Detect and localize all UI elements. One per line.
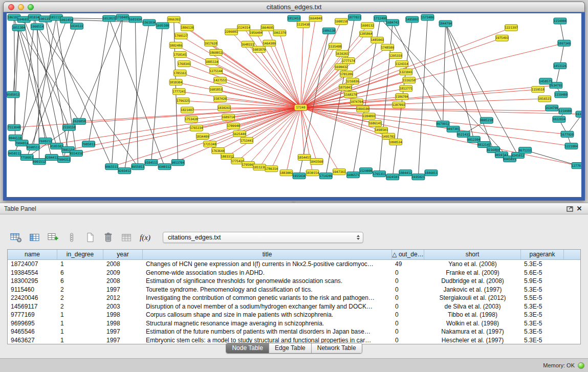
- window-titlebar[interactable]: citations_edges.txt: [3, 2, 585, 12]
- table-cell[interactable]: 5.5E-5: [521, 294, 564, 302]
- table-cell[interactable]: 14569117: [8, 302, 57, 311]
- table-cell[interactable]: 0: [392, 302, 424, 311]
- table-cell[interactable]: 1: [57, 260, 103, 269]
- table-cell[interactable]: 2: [57, 294, 103, 302]
- citation-network-graph[interactable]: 1724018061201790127180248617581451768341…: [7, 13, 581, 197]
- network-view[interactable]: 1724018061201790127180248617581451768341…: [3, 12, 585, 201]
- table-cell[interactable]: 1998: [103, 311, 143, 319]
- graph-edge[interactable]: [151, 26, 163, 162]
- graph-edge[interactable]: [180, 73, 301, 107]
- table-row[interactable]: 911546021997Tourette syndrome. Phenomeno…: [8, 286, 580, 294]
- table-cell[interactable]: Dudbridge et al. (2008): [424, 277, 521, 286]
- table-cell[interactable]: 1997: [103, 286, 143, 294]
- table-cell[interactable]: 1: [57, 311, 103, 319]
- table-source-select[interactable]: citations_edges.txt: [163, 232, 363, 243]
- table-mode-button[interactable]: [9, 231, 23, 244]
- table-cell[interactable]: 5.6E-5: [521, 269, 564, 277]
- table-cell[interactable]: 0: [392, 277, 424, 286]
- graph-edge[interactable]: [56, 17, 76, 153]
- delete-table-button[interactable]: [101, 231, 115, 244]
- graph-edge[interactable]: [22, 17, 35, 143]
- graph-edge[interactable]: [286, 107, 300, 173]
- graph-edge[interactable]: [181, 36, 301, 107]
- table-cell[interactable]: 5.9E-5: [521, 277, 564, 286]
- graph-edge[interactable]: [183, 101, 301, 107]
- column-header-6[interactable]: pagerank: [521, 250, 564, 259]
- table-cell[interactable]: 19384554: [8, 269, 57, 277]
- graph-edge[interactable]: [203, 107, 301, 136]
- table-cell[interactable]: 0: [392, 319, 424, 328]
- table-cell[interactable]: 1: [57, 319, 103, 328]
- column-header-1[interactable]: in_degree: [57, 250, 103, 259]
- tab-node-table[interactable]: Node Table: [226, 343, 269, 353]
- table-cell[interactable]: 18300295: [8, 277, 57, 286]
- column-header-3[interactable]: title: [143, 250, 392, 259]
- table-cell[interactable]: Changes of HCN gene expression and I(f) …: [143, 260, 392, 269]
- table-cell[interactable]: 0: [392, 269, 424, 277]
- table-row[interactable]: 1830029562008Estimation of significance …: [8, 277, 580, 286]
- table-cell[interactable]: 0: [392, 294, 424, 302]
- graph-edge[interactable]: [233, 107, 300, 126]
- float-panel-icon[interactable]: [565, 205, 575, 213]
- minimize-window-button[interactable]: [18, 4, 24, 10]
- column-header-2[interactable]: year: [103, 250, 143, 259]
- table-row[interactable]: 1872400712008Changes of HCN gene express…: [8, 260, 580, 269]
- table-cell[interactable]: Tibbo et al. (1998): [424, 311, 521, 319]
- table-cell[interactable]: Genome-wide association studies in ADHD.: [143, 269, 392, 277]
- new-table-button[interactable]: [83, 231, 97, 244]
- table-cell[interactable]: 5.3E-5: [521, 260, 564, 269]
- column-header-0[interactable]: name: [8, 250, 57, 259]
- import-table-button[interactable]: [120, 231, 134, 244]
- table-cell[interactable]: de Silva et al. (2003): [424, 302, 521, 311]
- graph-edge[interactable]: [301, 31, 329, 107]
- create-column-button[interactable]: [46, 231, 60, 244]
- table-cell[interactable]: 9465546: [8, 327, 57, 336]
- table-cell[interactable]: 9699695: [8, 319, 57, 328]
- table-cell[interactable]: Stergiakouli et al. (2012): [424, 294, 521, 302]
- graph-edge[interactable]: [301, 107, 317, 162]
- table-cell[interactable]: 6: [57, 277, 103, 286]
- zoom-window-button[interactable]: [28, 4, 34, 10]
- table-cell[interactable]: 2003: [103, 302, 143, 311]
- row-selector-button[interactable]: [64, 231, 78, 244]
- table-row[interactable]: 969969511998Structural magnetic resonanc…: [8, 319, 580, 328]
- graph-edge[interactable]: [64, 127, 69, 159]
- table-cell[interactable]: 18724007: [8, 260, 57, 269]
- table-row[interactable]: 1938455462009Genome-wide association stu…: [8, 269, 580, 277]
- table-cell[interactable]: 5.3E-5: [521, 319, 564, 328]
- graph-edge[interactable]: [443, 24, 446, 124]
- table-cell[interactable]: 5.3E-5: [521, 302, 564, 311]
- graph-edge[interactable]: [27, 26, 77, 157]
- table-cell[interactable]: 5.3E-5: [521, 286, 564, 294]
- table-cell[interactable]: 0: [392, 311, 424, 319]
- table-cell[interactable]: 2: [57, 286, 103, 294]
- table-cell[interactable]: Disruption of a novel member of a sodium…: [143, 302, 392, 311]
- tab-network-table[interactable]: Network Table: [312, 343, 362, 353]
- graph-edge[interactable]: [24, 19, 69, 127]
- graph-edge[interactable]: [301, 107, 572, 146]
- table-cell[interactable]: 1: [57, 327, 103, 336]
- table-cell[interactable]: 2009: [103, 269, 143, 277]
- table-cell[interactable]: 49: [392, 260, 424, 269]
- table-cell[interactable]: Estimation of the future numbers of pati…: [143, 327, 392, 336]
- table-cell[interactable]: 2012: [103, 294, 143, 302]
- graph-edge[interactable]: [248, 107, 300, 165]
- table-row[interactable]: 2242004622012Investigating the contribut…: [8, 294, 580, 302]
- graph-edge[interactable]: [301, 26, 367, 107]
- table-row[interactable]: 946554611997Estimation of the future num…: [8, 327, 580, 336]
- column-header-5[interactable]: short: [424, 250, 521, 259]
- function-builder-button[interactable]: f(x): [138, 231, 152, 244]
- graph-edge[interactable]: [301, 107, 304, 158]
- table-cell[interactable]: Tourette syndrome. Phenomenology and cla…: [143, 286, 392, 294]
- graph-edge[interactable]: [109, 18, 164, 167]
- table-cell[interactable]: 9115460: [8, 286, 57, 294]
- table-cell[interactable]: 1997: [103, 327, 143, 336]
- table-cell[interactable]: 0: [392, 327, 424, 336]
- table-row[interactable]: 1456911722003Disruption of a novel membe…: [8, 302, 580, 311]
- table-cell[interactable]: Jankovic et al. (1997): [424, 286, 521, 294]
- graph-edge[interactable]: [301, 53, 342, 107]
- table-row[interactable]: 977716911998Corpus callosum shape and si…: [8, 311, 580, 319]
- table-cell[interactable]: 1998: [103, 319, 143, 328]
- show-columns-button[interactable]: [28, 231, 41, 244]
- graph-edge[interactable]: [560, 43, 564, 65]
